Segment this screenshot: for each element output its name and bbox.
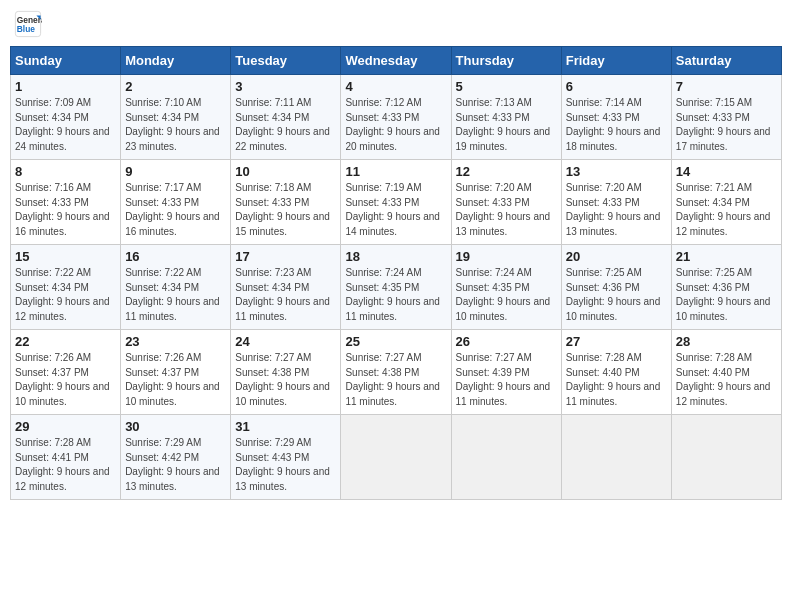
calendar-cell: 15 Sunrise: 7:22 AMSunset: 4:34 PMDaylig…: [11, 245, 121, 330]
weekday-header-thursday: Thursday: [451, 47, 561, 75]
calendar-cell: 13 Sunrise: 7:20 AMSunset: 4:33 PMDaylig…: [561, 160, 671, 245]
calendar-cell: 16 Sunrise: 7:22 AMSunset: 4:34 PMDaylig…: [121, 245, 231, 330]
calendar-cell: [341, 415, 451, 500]
day-number: 6: [566, 79, 667, 94]
day-number: 21: [676, 249, 777, 264]
day-number: 8: [15, 164, 116, 179]
calendar-cell: 11 Sunrise: 7:19 AMSunset: 4:33 PMDaylig…: [341, 160, 451, 245]
day-number: 2: [125, 79, 226, 94]
day-info: Sunrise: 7:25 AMSunset: 4:36 PMDaylight:…: [676, 267, 771, 322]
day-number: 15: [15, 249, 116, 264]
day-number: 31: [235, 419, 336, 434]
calendar-body: 1 Sunrise: 7:09 AMSunset: 4:34 PMDayligh…: [11, 75, 782, 500]
calendar-cell: 1 Sunrise: 7:09 AMSunset: 4:34 PMDayligh…: [11, 75, 121, 160]
day-info: Sunrise: 7:27 AMSunset: 4:38 PMDaylight:…: [345, 352, 440, 407]
day-info: Sunrise: 7:26 AMSunset: 4:37 PMDaylight:…: [15, 352, 110, 407]
day-info: Sunrise: 7:24 AMSunset: 4:35 PMDaylight:…: [345, 267, 440, 322]
day-info: Sunrise: 7:23 AMSunset: 4:34 PMDaylight:…: [235, 267, 330, 322]
calendar-cell: 6 Sunrise: 7:14 AMSunset: 4:33 PMDayligh…: [561, 75, 671, 160]
day-number: 16: [125, 249, 226, 264]
calendar-cell: 2 Sunrise: 7:10 AMSunset: 4:34 PMDayligh…: [121, 75, 231, 160]
day-info: Sunrise: 7:27 AMSunset: 4:39 PMDaylight:…: [456, 352, 551, 407]
day-number: 30: [125, 419, 226, 434]
day-info: Sunrise: 7:29 AMSunset: 4:43 PMDaylight:…: [235, 437, 330, 492]
day-info: Sunrise: 7:20 AMSunset: 4:33 PMDaylight:…: [566, 182, 661, 237]
calendar-week-row: 1 Sunrise: 7:09 AMSunset: 4:34 PMDayligh…: [11, 75, 782, 160]
weekday-header-monday: Monday: [121, 47, 231, 75]
day-number: 22: [15, 334, 116, 349]
day-number: 12: [456, 164, 557, 179]
day-info: Sunrise: 7:27 AMSunset: 4:38 PMDaylight:…: [235, 352, 330, 407]
calendar-week-row: 22 Sunrise: 7:26 AMSunset: 4:37 PMDaylig…: [11, 330, 782, 415]
calendar-cell: 7 Sunrise: 7:15 AMSunset: 4:33 PMDayligh…: [671, 75, 781, 160]
day-number: 5: [456, 79, 557, 94]
day-info: Sunrise: 7:10 AMSunset: 4:34 PMDaylight:…: [125, 97, 220, 152]
calendar-cell: 10 Sunrise: 7:18 AMSunset: 4:33 PMDaylig…: [231, 160, 341, 245]
day-number: 23: [125, 334, 226, 349]
day-info: Sunrise: 7:13 AMSunset: 4:33 PMDaylight:…: [456, 97, 551, 152]
calendar-cell: 24 Sunrise: 7:27 AMSunset: 4:38 PMDaylig…: [231, 330, 341, 415]
day-number: 4: [345, 79, 446, 94]
weekday-header-wednesday: Wednesday: [341, 47, 451, 75]
day-number: 29: [15, 419, 116, 434]
logo-icon: General Blue: [14, 10, 42, 38]
calendar-week-row: 15 Sunrise: 7:22 AMSunset: 4:34 PMDaylig…: [11, 245, 782, 330]
calendar-cell: 25 Sunrise: 7:27 AMSunset: 4:38 PMDaylig…: [341, 330, 451, 415]
day-number: 27: [566, 334, 667, 349]
day-number: 7: [676, 79, 777, 94]
weekday-header-tuesday: Tuesday: [231, 47, 341, 75]
calendar-cell: 9 Sunrise: 7:17 AMSunset: 4:33 PMDayligh…: [121, 160, 231, 245]
calendar-week-row: 29 Sunrise: 7:28 AMSunset: 4:41 PMDaylig…: [11, 415, 782, 500]
calendar-cell: 3 Sunrise: 7:11 AMSunset: 4:34 PMDayligh…: [231, 75, 341, 160]
calendar-header-row: SundayMondayTuesdayWednesdayThursdayFrid…: [11, 47, 782, 75]
calendar-cell: 30 Sunrise: 7:29 AMSunset: 4:42 PMDaylig…: [121, 415, 231, 500]
day-info: Sunrise: 7:14 AMSunset: 4:33 PMDaylight:…: [566, 97, 661, 152]
day-number: 24: [235, 334, 336, 349]
day-info: Sunrise: 7:17 AMSunset: 4:33 PMDaylight:…: [125, 182, 220, 237]
calendar-cell: [451, 415, 561, 500]
calendar-cell: 17 Sunrise: 7:23 AMSunset: 4:34 PMDaylig…: [231, 245, 341, 330]
weekday-header-friday: Friday: [561, 47, 671, 75]
calendar-cell: 21 Sunrise: 7:25 AMSunset: 4:36 PMDaylig…: [671, 245, 781, 330]
day-number: 28: [676, 334, 777, 349]
calendar-cell: 12 Sunrise: 7:20 AMSunset: 4:33 PMDaylig…: [451, 160, 561, 245]
day-info: Sunrise: 7:11 AMSunset: 4:34 PMDaylight:…: [235, 97, 330, 152]
day-info: Sunrise: 7:29 AMSunset: 4:42 PMDaylight:…: [125, 437, 220, 492]
day-info: Sunrise: 7:28 AMSunset: 4:40 PMDaylight:…: [566, 352, 661, 407]
calendar-cell: 31 Sunrise: 7:29 AMSunset: 4:43 PMDaylig…: [231, 415, 341, 500]
day-number: 13: [566, 164, 667, 179]
day-info: Sunrise: 7:28 AMSunset: 4:40 PMDaylight:…: [676, 352, 771, 407]
day-number: 17: [235, 249, 336, 264]
day-info: Sunrise: 7:28 AMSunset: 4:41 PMDaylight:…: [15, 437, 110, 492]
calendar-cell: 8 Sunrise: 7:16 AMSunset: 4:33 PMDayligh…: [11, 160, 121, 245]
calendar-week-row: 8 Sunrise: 7:16 AMSunset: 4:33 PMDayligh…: [11, 160, 782, 245]
day-number: 26: [456, 334, 557, 349]
day-number: 11: [345, 164, 446, 179]
calendar-cell: 4 Sunrise: 7:12 AMSunset: 4:33 PMDayligh…: [341, 75, 451, 160]
logo: General Blue: [14, 10, 42, 38]
day-info: Sunrise: 7:18 AMSunset: 4:33 PMDaylight:…: [235, 182, 330, 237]
day-number: 25: [345, 334, 446, 349]
calendar-cell: 18 Sunrise: 7:24 AMSunset: 4:35 PMDaylig…: [341, 245, 451, 330]
day-number: 10: [235, 164, 336, 179]
calendar-cell: 5 Sunrise: 7:13 AMSunset: 4:33 PMDayligh…: [451, 75, 561, 160]
calendar-cell: [561, 415, 671, 500]
weekday-header-sunday: Sunday: [11, 47, 121, 75]
calendar-cell: 27 Sunrise: 7:28 AMSunset: 4:40 PMDaylig…: [561, 330, 671, 415]
day-info: Sunrise: 7:22 AMSunset: 4:34 PMDaylight:…: [15, 267, 110, 322]
calendar-cell: [671, 415, 781, 500]
day-info: Sunrise: 7:21 AMSunset: 4:34 PMDaylight:…: [676, 182, 771, 237]
day-number: 9: [125, 164, 226, 179]
day-info: Sunrise: 7:09 AMSunset: 4:34 PMDaylight:…: [15, 97, 110, 152]
calendar-cell: 26 Sunrise: 7:27 AMSunset: 4:39 PMDaylig…: [451, 330, 561, 415]
calendar-table: SundayMondayTuesdayWednesdayThursdayFrid…: [10, 46, 782, 500]
calendar-cell: 22 Sunrise: 7:26 AMSunset: 4:37 PMDaylig…: [11, 330, 121, 415]
day-number: 19: [456, 249, 557, 264]
calendar-cell: 29 Sunrise: 7:28 AMSunset: 4:41 PMDaylig…: [11, 415, 121, 500]
calendar-cell: 14 Sunrise: 7:21 AMSunset: 4:34 PMDaylig…: [671, 160, 781, 245]
calendar-cell: 23 Sunrise: 7:26 AMSunset: 4:37 PMDaylig…: [121, 330, 231, 415]
calendar-cell: 19 Sunrise: 7:24 AMSunset: 4:35 PMDaylig…: [451, 245, 561, 330]
page-header: General Blue: [10, 10, 782, 38]
calendar-cell: 28 Sunrise: 7:28 AMSunset: 4:40 PMDaylig…: [671, 330, 781, 415]
day-info: Sunrise: 7:16 AMSunset: 4:33 PMDaylight:…: [15, 182, 110, 237]
